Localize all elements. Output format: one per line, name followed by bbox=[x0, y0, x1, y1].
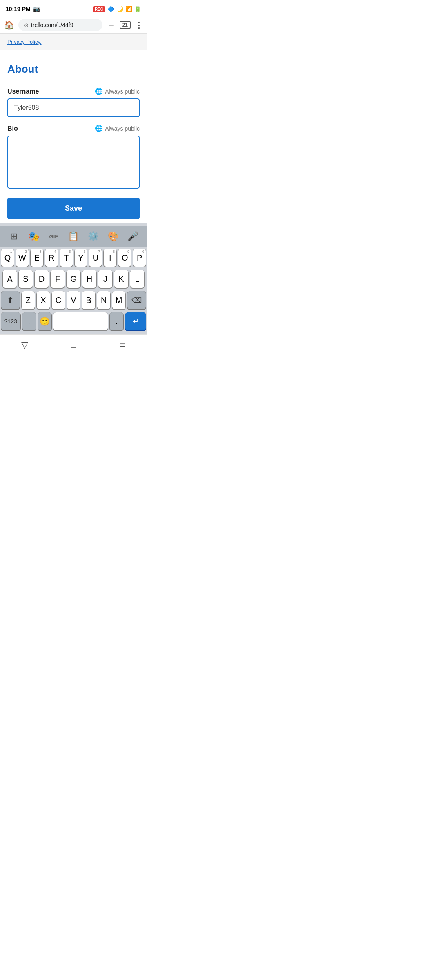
camera-icon: 📷 bbox=[33, 6, 40, 12]
keyboard-theme-icon[interactable]: 🎨 bbox=[106, 229, 120, 244]
shift-key[interactable]: ⬆ bbox=[1, 291, 20, 309]
url-text: trello.com/u/44f9 bbox=[31, 22, 74, 28]
backspace-icon: ⌫ bbox=[131, 296, 142, 305]
key-row-2: A S D F G H J K L bbox=[1, 270, 146, 288]
tab-count[interactable]: 21 bbox=[120, 21, 131, 29]
rec-label: REC bbox=[95, 7, 103, 11]
key-t[interactable]: 5T bbox=[60, 249, 73, 267]
save-button[interactable]: Save bbox=[7, 198, 140, 219]
username-public-label: Always public bbox=[105, 88, 140, 95]
home-icon[interactable]: 🏠 bbox=[4, 20, 14, 30]
keyboard-mic-icon[interactable]: 🎤 bbox=[126, 229, 140, 244]
bio-textarea[interactable] bbox=[7, 136, 140, 189]
add-tab-icon[interactable]: ＋ bbox=[107, 19, 116, 31]
globe-icon-bio: 🌐 bbox=[95, 125, 103, 132]
more-icon[interactable]: ⋮ bbox=[135, 20, 143, 30]
key-u[interactable]: 7U bbox=[89, 249, 102, 267]
key-k[interactable]: K bbox=[114, 270, 128, 288]
section-divider bbox=[7, 79, 140, 79]
status-bar: 10:19 PM 📷 REC 🔷 🌙 📶 🔋 bbox=[0, 0, 147, 16]
key-rows: 1Q 2W 3E 4R 5T 6Y 7U 8I 9O 0P A S D F G … bbox=[0, 247, 147, 334]
key-i[interactable]: 8I bbox=[104, 249, 116, 267]
key-l[interactable]: L bbox=[130, 270, 144, 288]
bio-always-public: 🌐 Always public bbox=[95, 125, 140, 132]
key-c[interactable]: C bbox=[52, 291, 65, 309]
period-key[interactable]: . bbox=[110, 312, 123, 330]
site-icon: ⊙ bbox=[24, 22, 29, 28]
key-g[interactable]: G bbox=[67, 270, 80, 288]
browser-bar: 🏠 ⊙ trello.com/u/44f9 ＋ 21 ⋮ bbox=[0, 16, 147, 34]
rec-badge: REC bbox=[93, 6, 105, 12]
key-m[interactable]: M bbox=[112, 291, 125, 309]
key-b[interactable]: B bbox=[82, 291, 95, 309]
enter-key[interactable]: ↵ bbox=[125, 312, 146, 330]
key-z[interactable]: Z bbox=[22, 291, 35, 309]
username-input[interactable] bbox=[7, 98, 140, 117]
comma-key[interactable]: , bbox=[22, 312, 36, 330]
about-heading: About bbox=[7, 61, 140, 76]
keyboard-clipboard-icon[interactable]: 📋 bbox=[66, 229, 81, 244]
enter-icon: ↵ bbox=[133, 317, 139, 326]
bio-public-label: Always public bbox=[105, 125, 140, 132]
moon-icon: 🌙 bbox=[116, 6, 123, 12]
key-h[interactable]: H bbox=[82, 270, 96, 288]
space-key[interactable] bbox=[53, 312, 108, 330]
username-always-public: 🌐 Always public bbox=[95, 87, 140, 95]
nav-home[interactable]: □ bbox=[65, 339, 82, 351]
key-v[interactable]: V bbox=[67, 291, 80, 309]
emoji-icon: 🙂 bbox=[40, 316, 50, 326]
keyboard: ⊞ 🎭 GIF 📋 ⚙️ 🎨 🎤 1Q 2W 3E 4R 5T 6Y 7U 8I… bbox=[0, 223, 147, 334]
url-bar[interactable]: ⊙ trello.com/u/44f9 bbox=[18, 19, 102, 31]
key-o[interactable]: 9O bbox=[118, 249, 131, 267]
shift-icon: ⬆ bbox=[7, 295, 14, 305]
page-content: About Username 🌐 Always public Bio 🌐 Alw… bbox=[0, 50, 147, 223]
privacy-text[interactable]: Privacy Policy. bbox=[7, 39, 42, 45]
nav-back[interactable]: ▽ bbox=[16, 339, 33, 351]
bluetooth-icon: 🔷 bbox=[107, 6, 114, 12]
status-icons: REC 🔷 🌙 📶 🔋 bbox=[93, 6, 141, 12]
key-x[interactable]: X bbox=[37, 291, 50, 309]
emoji-key[interactable]: 🙂 bbox=[38, 312, 51, 330]
key-y[interactable]: 6Y bbox=[75, 249, 87, 267]
username-label: Username bbox=[7, 88, 39, 95]
key-d[interactable]: D bbox=[35, 270, 49, 288]
bio-label: Bio bbox=[7, 125, 18, 132]
key-q[interactable]: 1Q bbox=[1, 249, 14, 267]
globe-icon: 🌐 bbox=[95, 87, 103, 95]
key-j[interactable]: J bbox=[98, 270, 112, 288]
bio-field-row: Bio 🌐 Always public bbox=[7, 125, 140, 132]
keyboard-settings-icon[interactable]: ⚙️ bbox=[86, 229, 101, 244]
username-field-row: Username 🌐 Always public bbox=[7, 87, 140, 95]
battery-icon: 🔋 bbox=[134, 6, 141, 12]
numbers-icon: ?123 bbox=[4, 318, 17, 325]
nav-recents[interactable]: ≡ bbox=[114, 339, 131, 351]
key-f[interactable]: F bbox=[51, 270, 65, 288]
numbers-key[interactable]: ?123 bbox=[1, 312, 20, 330]
keyboard-sticker-icon[interactable]: 🎭 bbox=[27, 229, 41, 244]
keyboard-toolbar: ⊞ 🎭 GIF 📋 ⚙️ 🎨 🎤 bbox=[0, 226, 147, 247]
key-a[interactable]: A bbox=[3, 270, 17, 288]
key-p[interactable]: 0P bbox=[133, 249, 146, 267]
backspace-key[interactable]: ⌫ bbox=[127, 291, 146, 309]
key-s[interactable]: S bbox=[19, 270, 33, 288]
keyboard-layout-icon[interactable]: ⊞ bbox=[7, 229, 21, 244]
key-e[interactable]: 3E bbox=[31, 249, 43, 267]
key-r[interactable]: 4R bbox=[45, 249, 58, 267]
key-row-3: ⬆ Z X C V B N M ⌫ bbox=[1, 291, 146, 309]
key-row-1: 1Q 2W 3E 4R 5T 6Y 7U 8I 9O 0P bbox=[1, 249, 146, 267]
time-text: 10:19 PM bbox=[6, 6, 31, 12]
privacy-banner: Privacy Policy. bbox=[0, 34, 147, 50]
key-w[interactable]: 2W bbox=[16, 249, 29, 267]
status-time: 10:19 PM 📷 bbox=[6, 6, 40, 12]
key-row-4: ?123 , 🙂 . ↵ bbox=[1, 312, 146, 330]
keyboard-gif-icon[interactable]: GIF bbox=[46, 229, 61, 244]
key-n[interactable]: N bbox=[97, 291, 110, 309]
nav-bar: ▽ □ ≡ bbox=[0, 334, 147, 357]
wifi-icon: 📶 bbox=[125, 6, 132, 12]
